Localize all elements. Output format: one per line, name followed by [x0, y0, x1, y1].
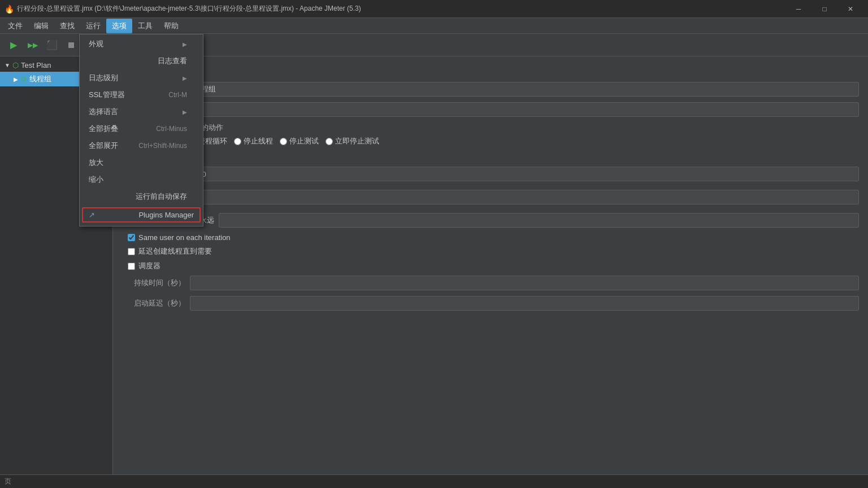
menu-tools[interactable]: 工具: [132, 19, 158, 33]
radio-stop-thread[interactable]: 停止线程: [234, 136, 273, 146]
titlebar-text: 行程分段-总里程设置.jmx (D:\软件\Jmeter\apache-jmet…: [17, 4, 785, 14]
close-button[interactable]: ✕: [837, 0, 863, 18]
arrow-icon: ▶: [183, 41, 187, 47]
expand-all-label: 全部展开: [89, 141, 118, 151]
name-row: 名称：: [122, 82, 859, 97]
threads-input[interactable]: [190, 167, 859, 181]
chevron-right-icon: ▶: [14, 76, 18, 82]
scheduler-label: 调度器: [138, 261, 160, 271]
app-icon: 🔥: [5, 5, 14, 14]
auto-save-label: 运行前自动保存: [136, 191, 187, 202]
plugins-manager-label: Plugins Manager: [138, 211, 194, 219]
menu-expand-all[interactable]: 全部展开 Ctrl+Shift-Minus: [80, 137, 203, 154]
maximize-button[interactable]: □: [811, 0, 837, 18]
titlebar: 🔥 行程分段-总里程设置.jmx (D:\软件\Jmeter\apache-jm…: [0, 0, 868, 18]
ssl-shortcut: Ctrl-M: [168, 91, 187, 99]
menu-plugins-manager[interactable]: ↗ Plugins Manager: [82, 207, 201, 223]
menu-find[interactable]: 查找: [54, 19, 80, 33]
start-no-pauses-button[interactable]: ▶▶: [24, 36, 42, 54]
shutdown-button[interactable]: ⏹: [62, 36, 80, 54]
error-action-section: 在取样器错误后要执行的动作 继续 启动下一进程循环 停止线程 停止测试: [122, 123, 859, 146]
appearance-label: 外观: [89, 39, 103, 49]
log-level-label: 日志级别: [89, 73, 118, 83]
menu-run[interactable]: 运行: [80, 19, 106, 33]
log-viewer-label: 日志查看: [158, 56, 187, 66]
menu-appearance[interactable]: 外观 ▶: [80, 36, 203, 53]
language-arrow-icon: ▶: [183, 109, 187, 115]
menubar: 文件 编辑 查找 运行 选项 工具 帮助: [0, 18, 868, 34]
rampup-input[interactable]: [190, 190, 859, 204]
threads-row: 线程数：: [122, 167, 859, 181]
start-button[interactable]: ▶: [5, 36, 23, 54]
menu-auto-save[interactable]: 运行前自动保存: [80, 188, 203, 205]
scheduler-row: 调度器: [128, 261, 859, 271]
loop-row: 循环次数 永远: [122, 213, 859, 228]
same-user-checkbox[interactable]: [128, 234, 135, 241]
options-dropdown-menu: 外观 ▶ 日志查看 日志级别 ▶ SSL管理器 Ctrl-M 选择语言 ▶ 全部…: [79, 34, 203, 226]
startup-delay-label: 启动延迟（秒）: [122, 298, 190, 308]
sidebar-threadgroup-label: 线程组: [29, 74, 51, 84]
radio-stop-test-now-label: 立即停止测试: [335, 136, 379, 146]
comment-input[interactable]: [190, 102, 859, 117]
radio-stop-thread-label: 停止线程: [244, 136, 273, 146]
page-title: 线程组: [122, 63, 859, 75]
name-input[interactable]: [190, 82, 859, 97]
content-area: 线程组 名称： 注释： 在取样器错误后要执行的动作 继续 启动下一进程循环: [113, 56, 868, 488]
zoom-in-label: 放大: [89, 158, 103, 168]
collapse-all-label: 全部折叠: [89, 124, 118, 134]
menu-zoom-out[interactable]: 缩小: [80, 171, 203, 188]
sidebar-testplan-label: Test Plan: [21, 61, 51, 69]
comment-row: 注释：: [122, 102, 859, 117]
language-label: 选择语言: [89, 107, 118, 117]
menu-zoom-in[interactable]: 放大: [80, 154, 203, 171]
scheduler-checkbox[interactable]: [128, 263, 135, 270]
stop-button[interactable]: ⬛: [43, 36, 61, 54]
log-level-arrow-icon: ▶: [183, 75, 187, 81]
radio-stop-test[interactable]: 停止测试: [280, 136, 319, 146]
minimize-button[interactable]: ─: [785, 0, 811, 18]
error-action-group: 继续 启动下一进程循环 停止线程 停止测试 立即停止测试: [128, 136, 859, 146]
delay-creation-label: 延迟创建线程直到需要: [138, 246, 212, 256]
menu-collapse-all[interactable]: 全部折叠 Ctrl-Minus: [80, 120, 203, 137]
loop-count-input[interactable]: [219, 213, 859, 228]
thread-props-title: 线程属性: [122, 152, 859, 162]
delay-creation-row: 延迟创建线程直到需要: [128, 246, 859, 256]
startup-delay-input[interactable]: [190, 296, 859, 311]
menu-log-level[interactable]: 日志级别 ▶: [80, 69, 203, 86]
menu-log-viewer[interactable]: 日志查看: [80, 53, 203, 69]
chevron-icon: ▼: [5, 62, 10, 68]
duration-input[interactable]: [190, 276, 859, 290]
same-user-label: Same user on each iteration: [138, 233, 231, 242]
thread-group-icon: ⚙: [20, 75, 27, 84]
startup-delay-row: 启动延迟（秒）: [122, 296, 859, 311]
statusbar: 页: [0, 474, 868, 488]
collapse-shortcut: Ctrl-Minus: [156, 125, 187, 133]
window-controls: ─ □ ✕: [785, 0, 863, 18]
menu-language[interactable]: 选择语言 ▶: [80, 103, 203, 120]
delay-creation-checkbox[interactable]: [128, 248, 135, 255]
expand-shortcut: Ctrl+Shift-Minus: [138, 142, 187, 150]
test-plan-icon: ⬡: [12, 61, 19, 69]
menu-help[interactable]: 帮助: [158, 19, 184, 33]
status-text: 页: [5, 477, 11, 486]
radio-stop-test-label: 停止测试: [289, 136, 319, 146]
error-action-title: 在取样器错误后要执行的动作: [128, 123, 859, 133]
same-user-row: Same user on each iteration: [128, 233, 859, 242]
menu-ssl-manager[interactable]: SSL管理器 Ctrl-M: [80, 86, 203, 103]
menu-options[interactable]: 选项: [106, 19, 132, 33]
duration-label: 持续时间（秒）: [122, 278, 190, 288]
rampup-row: Ramp-Up时间（秒）：: [122, 187, 859, 207]
ssl-manager-label: SSL管理器: [89, 90, 125, 100]
plugins-icon: ↗: [89, 211, 95, 219]
menu-edit[interactable]: 编辑: [28, 19, 54, 33]
zoom-out-label: 缩小: [89, 175, 103, 185]
radio-stop-test-now[interactable]: 立即停止测试: [326, 136, 379, 146]
duration-row: 持续时间（秒）: [122, 276, 859, 290]
menu-file[interactable]: 文件: [2, 19, 28, 33]
